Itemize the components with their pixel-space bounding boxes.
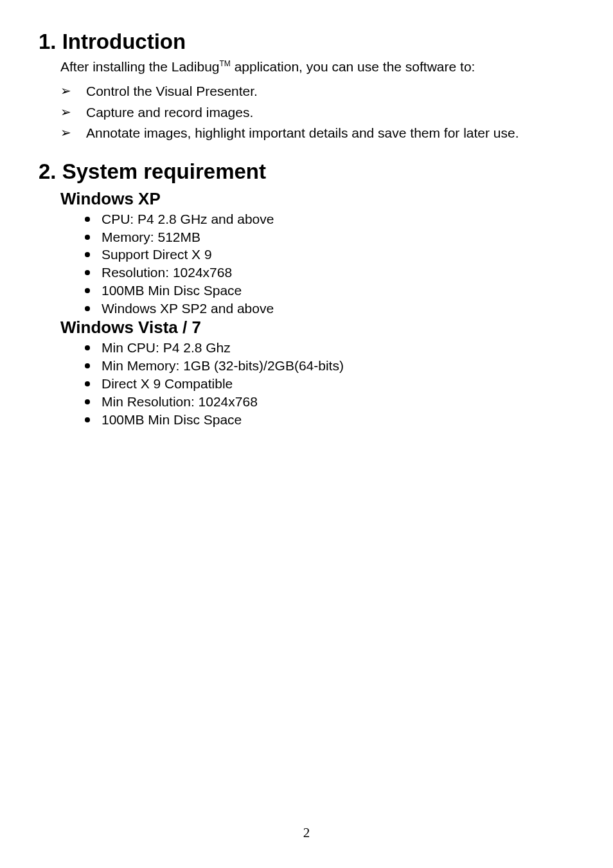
intro-paragraph: After installing the LadibugTM applicati… xyxy=(60,59,613,75)
spacer xyxy=(0,144,613,159)
windows-xp-requirements: CPU: P4 2.8 GHz and above Memory: 512MB … xyxy=(85,210,613,318)
list-item: 100MB Min Disc Space xyxy=(85,411,613,429)
group-a-title: Windows XP xyxy=(60,189,613,209)
list-item: CPU: P4 2.8 GHz and above xyxy=(85,210,613,228)
trademark-superscript: TM xyxy=(220,59,231,68)
list-item: Support Direct X 9 xyxy=(85,246,613,264)
list-item: Annotate images, highlight important det… xyxy=(60,123,613,144)
windows-vista-7-requirements: Min CPU: P4 2.8 Ghz Min Memory: 1GB (32-… xyxy=(85,339,613,429)
list-item: Control the Visual Presenter. xyxy=(60,81,613,102)
list-item: Direct X 9 Compatible xyxy=(85,375,613,393)
document-page: 1. Introduction After installing the Lad… xyxy=(0,0,613,868)
list-item: 100MB Min Disc Space xyxy=(85,282,613,300)
group-b-title: Windows Vista / 7 xyxy=(60,318,613,338)
page-number: 2 xyxy=(0,825,613,841)
intro-suffix: application, you can use the software to… xyxy=(231,59,475,74)
list-item: Min Memory: 1GB (32-bits)/2GB(64-bits) xyxy=(85,357,613,375)
list-item: Capture and record images. xyxy=(60,102,613,123)
list-item: Memory: 512MB xyxy=(85,228,613,246)
intro-feature-list: Control the Visual Presenter. Capture an… xyxy=(60,81,613,144)
list-item: Min Resolution: 1024x768 xyxy=(85,393,613,411)
list-item: Windows XP SP2 and above xyxy=(85,300,613,318)
list-item: Min CPU: P4 2.8 Ghz xyxy=(85,339,613,357)
list-item: Resolution: 1024x768 xyxy=(85,264,613,282)
section-2-heading: 2. System requirement xyxy=(39,159,613,184)
intro-prefix: After installing the Ladibug xyxy=(60,59,220,74)
section-1-heading: 1. Introduction xyxy=(39,30,613,54)
